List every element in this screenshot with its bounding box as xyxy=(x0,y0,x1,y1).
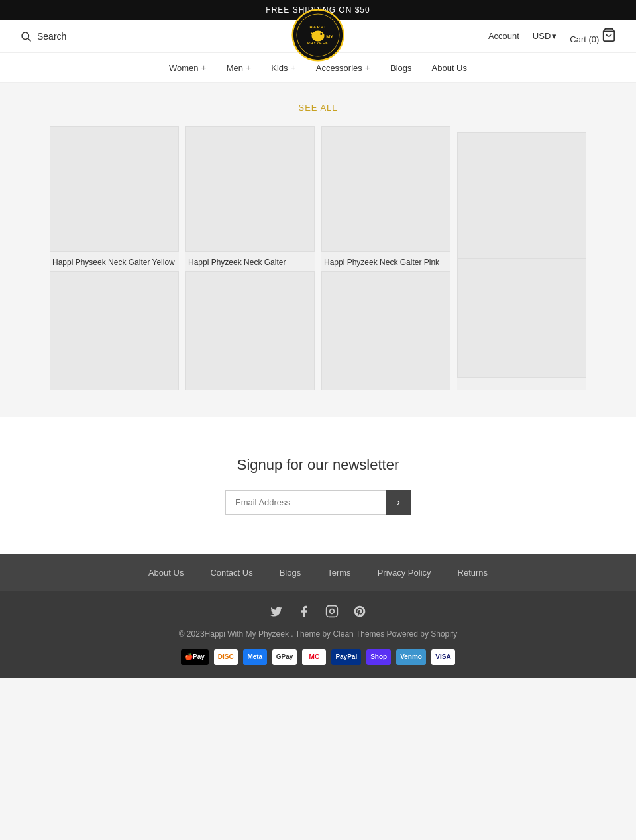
product-image xyxy=(321,126,450,252)
product-image xyxy=(186,126,315,252)
payment-paypal: PayPal xyxy=(331,649,361,665)
nav-label-accessories: Accessories xyxy=(316,63,362,73)
product-image xyxy=(50,126,179,252)
payment-visa: VISA xyxy=(431,649,455,665)
twitter-icon[interactable] xyxy=(269,604,284,619)
nav-label-men: Men xyxy=(227,63,243,73)
nav-item-about[interactable]: About Us xyxy=(432,63,467,73)
nav-item-blogs[interactable]: Blogs xyxy=(390,63,412,73)
newsletter-email-input[interactable] xyxy=(225,490,386,515)
plus-icon-kids: + xyxy=(291,62,296,73)
nav-label-women: Women xyxy=(169,63,199,73)
nav-item-kids[interactable]: Kids + xyxy=(271,62,295,73)
svg-line-1 xyxy=(28,38,30,41)
newsletter-title: Signup for our newsletter xyxy=(13,456,623,474)
account-link[interactable]: Account xyxy=(488,31,519,41)
product-card[interactable]: Happi Physeek Neck Gaiter Yellow xyxy=(50,126,179,390)
svg-text:HAPPI: HAPPI xyxy=(309,25,326,29)
plus-icon-men: + xyxy=(246,62,251,73)
footer-link-about[interactable]: About Us xyxy=(148,568,184,578)
newsletter-submit-button[interactable]: › xyxy=(386,490,411,515)
product-image-lower xyxy=(186,271,315,390)
instagram-icon[interactable] xyxy=(325,604,339,619)
product-title: Happi Phyzeek Neck Gaiter Pink xyxy=(321,252,450,271)
footer-bottom: © 2023Happi With My Phyzeek . Theme by C… xyxy=(0,591,636,678)
newsletter-form: › xyxy=(225,490,411,515)
payment-discover: DISC xyxy=(214,649,238,665)
product-card[interactable]: Happi Phyzeek Neck Gaiter Pink xyxy=(321,126,450,390)
cart-label: Cart (0) xyxy=(570,34,599,44)
footer-nav: About Us Contact Us Blogs Terms Privacy … xyxy=(0,554,636,591)
main-content: SEE ALL Happi Physeek Neck Gaiter Yellow… xyxy=(0,83,636,417)
product-card[interactable] xyxy=(457,132,586,390)
twitter-svg xyxy=(270,605,283,618)
svg-point-0 xyxy=(22,32,29,40)
pinterest-icon[interactable] xyxy=(352,604,367,619)
instagram-svg xyxy=(325,605,339,618)
pinterest-svg xyxy=(353,605,366,618)
payment-icons: 🍎Pay DISC Meta GPay MC PayPal Shop Venmo… xyxy=(13,649,623,665)
payment-shopify-pay: Shop xyxy=(366,649,391,665)
svg-rect-10 xyxy=(327,605,338,617)
nav-label-about: About Us xyxy=(432,63,467,73)
svg-text:PHYZEEK: PHYZEEK xyxy=(307,41,329,45)
product-image-lower xyxy=(50,271,179,390)
footer-link-privacy[interactable]: Privacy Policy xyxy=(378,568,431,578)
plus-icon-accessories: + xyxy=(365,62,370,73)
footer-link-blogs[interactable]: Blogs xyxy=(280,568,301,578)
header: Search HAPPI PHYZEEK MY Account USD ▾ Ca… xyxy=(0,20,636,53)
product-image-lower xyxy=(321,271,450,390)
see-all-link[interactable]: SEE ALL xyxy=(13,103,623,113)
search-label: Search xyxy=(37,31,66,42)
payment-mastercard: MC xyxy=(302,649,326,665)
product-image-lower xyxy=(457,258,586,378)
search-icon xyxy=(20,30,32,42)
products-grid: Happi Physeek Neck Gaiter Yellow Happi P… xyxy=(46,126,590,390)
nav-label-blogs: Blogs xyxy=(390,63,412,73)
copyright-text: © 2023Happi With My Phyzeek . Theme by C… xyxy=(13,629,623,639)
header-right: Account USD ▾ Cart (0) xyxy=(488,28,616,44)
payment-apple-pay: 🍎Pay xyxy=(181,649,209,665)
logo-image: HAPPI PHYZEEK MY xyxy=(292,9,344,62)
cart-button[interactable]: Cart (0) xyxy=(570,28,616,44)
plus-icon-women: + xyxy=(201,62,207,73)
svg-text:MY: MY xyxy=(326,34,333,40)
payment-meta: Meta xyxy=(243,649,267,665)
nav-item-accessories[interactable]: Accessories + xyxy=(316,62,370,73)
product-image xyxy=(457,132,586,258)
social-icons xyxy=(13,604,623,619)
currency-selector[interactable]: USD ▾ xyxy=(533,31,556,41)
facebook-svg xyxy=(297,605,311,618)
svg-point-7 xyxy=(320,33,322,35)
currency-label: USD xyxy=(533,31,551,41)
search-button[interactable]: Search xyxy=(20,30,66,42)
product-card[interactable]: Happi Phyzeek Neck Gaiter xyxy=(186,126,315,390)
footer-link-returns[interactable]: Returns xyxy=(458,568,488,578)
nav-label-kids: Kids xyxy=(271,63,288,73)
payment-gpay: GPay xyxy=(272,649,297,665)
newsletter-section: Signup for our newsletter › xyxy=(0,417,636,554)
svg-point-6 xyxy=(311,31,324,42)
nav-item-women[interactable]: Women + xyxy=(169,62,207,73)
chevron-down-icon: ▾ xyxy=(552,31,556,41)
cart-icon xyxy=(602,28,616,42)
product-title: Happi Phyzeek Neck Gaiter xyxy=(186,252,315,271)
footer-link-contact[interactable]: Contact Us xyxy=(210,568,252,578)
payment-venmo: Venmo xyxy=(396,649,426,665)
product-title: Happi Physeek Neck Gaiter Yellow xyxy=(50,252,179,271)
facebook-icon[interactable] xyxy=(297,604,311,619)
nav-item-men[interactable]: Men + xyxy=(227,62,251,73)
logo[interactable]: HAPPI PHYZEEK MY xyxy=(292,9,344,64)
footer-link-terms[interactable]: Terms xyxy=(327,568,350,578)
